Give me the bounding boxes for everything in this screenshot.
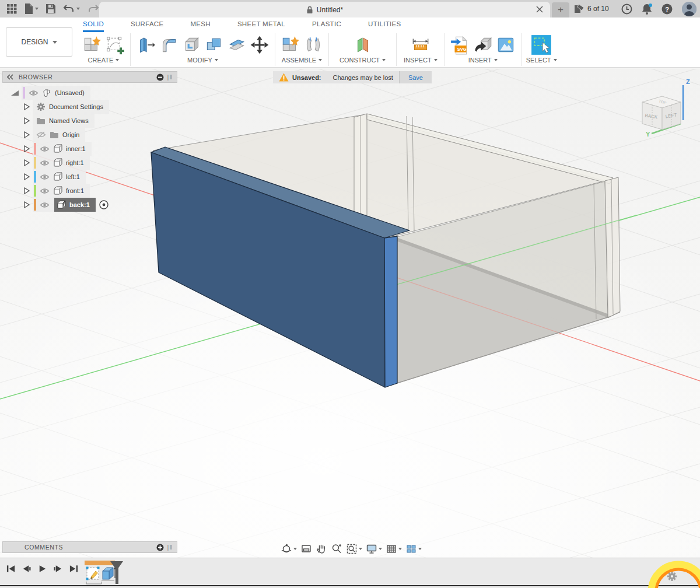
tab-surface[interactable]: SURFACE bbox=[131, 18, 163, 32]
tab-utilities[interactable]: UTILITIES bbox=[368, 18, 401, 32]
browser-row-root[interactable]: (Unsaved) bbox=[10, 86, 177, 100]
canvas-icon[interactable] bbox=[495, 34, 516, 55]
comments-header[interactable]: COMMENTS |‖ bbox=[2, 541, 177, 553]
user-avatar[interactable] bbox=[682, 2, 696, 16]
expander-collapsed-icon[interactable] bbox=[23, 173, 30, 181]
browser-row-origin[interactable]: Origin bbox=[23, 128, 177, 142]
browser-row-back-selected[interactable]: back:1 bbox=[23, 198, 177, 212]
visibility-eye-icon[interactable] bbox=[40, 174, 50, 180]
construct-menu[interactable]: CONSTRUCT bbox=[340, 57, 386, 64]
insert-svg-icon[interactable]: SVG bbox=[450, 34, 471, 55]
panel-display-toggle-icon[interactable] bbox=[156, 74, 164, 81]
undo-icon[interactable] bbox=[63, 4, 80, 13]
new-component-icon[interactable] bbox=[280, 34, 301, 55]
insert-menu[interactable]: INSERT bbox=[468, 57, 498, 64]
navigation-toolbar bbox=[281, 542, 422, 556]
close-tab-icon[interactable] bbox=[535, 5, 544, 14]
edit-document-icon bbox=[574, 4, 584, 14]
panel-grip[interactable]: |‖ bbox=[167, 74, 173, 80]
inspect-menu[interactable]: INSPECT bbox=[404, 57, 438, 64]
tab-counter[interactable]: 6 of 10 bbox=[574, 0, 609, 18]
step-forward-icon[interactable] bbox=[53, 564, 63, 573]
new-component-icon[interactable] bbox=[82, 34, 103, 55]
file-menu-icon[interactable] bbox=[24, 4, 38, 14]
construction-plane-icon[interactable] bbox=[352, 34, 373, 55]
select-menu[interactable]: SELECT bbox=[526, 57, 557, 64]
history-clock-icon[interactable] bbox=[621, 4, 632, 15]
browser-header[interactable]: BROWSER |‖ bbox=[2, 71, 177, 83]
look-at-icon[interactable] bbox=[300, 543, 312, 555]
document-tab[interactable]: Untitled* bbox=[99, 2, 550, 18]
group-inspect: INSPECT bbox=[397, 32, 444, 64]
notifications-bell-icon[interactable] bbox=[642, 4, 652, 15]
sketch-feature-icon[interactable] bbox=[86, 567, 100, 580]
workspace-selector[interactable]: DESIGN bbox=[6, 27, 72, 57]
move-icon[interactable] bbox=[249, 34, 270, 55]
folder-icon bbox=[36, 117, 46, 125]
extrude-feature-icon[interactable] bbox=[102, 567, 116, 580]
go-to-end-icon[interactable] bbox=[69, 564, 79, 573]
viewports-icon[interactable] bbox=[405, 543, 422, 555]
tab-sheet-metal[interactable]: SHEET METAL bbox=[237, 18, 285, 32]
tab-plastic[interactable]: PLASTIC bbox=[312, 18, 341, 32]
expander-collapsed-icon[interactable] bbox=[23, 187, 30, 195]
pan-icon[interactable] bbox=[316, 543, 327, 555]
activate-component-radio[interactable] bbox=[99, 200, 109, 210]
select-icon[interactable] bbox=[530, 34, 552, 56]
expander-expanded-icon[interactable] bbox=[10, 89, 19, 97]
orbit-icon[interactable] bbox=[281, 543, 297, 555]
assemble-menu[interactable]: ASSEMBLE bbox=[282, 57, 322, 64]
expander-collapsed-icon[interactable] bbox=[23, 159, 30, 167]
expander-collapsed-icon[interactable] bbox=[23, 117, 30, 125]
zoom-icon[interactable] bbox=[331, 543, 342, 555]
tab-solid[interactable]: SOLID bbox=[83, 18, 104, 32]
visibility-eye-icon[interactable] bbox=[40, 146, 50, 152]
press-pull-icon[interactable] bbox=[135, 34, 156, 55]
new-tab-button[interactable]: + bbox=[552, 2, 569, 18]
browser-row-left[interactable]: left:1 bbox=[23, 170, 177, 184]
visibility-eye-icon[interactable] bbox=[40, 160, 50, 166]
component-color-bar bbox=[34, 157, 36, 169]
browser-row-named-views[interactable]: Named Views bbox=[23, 114, 177, 128]
step-back-icon[interactable] bbox=[22, 564, 32, 573]
create-menu[interactable]: CREATE bbox=[88, 57, 120, 64]
tab-mesh[interactable]: MESH bbox=[190, 18, 210, 32]
grid-display-icon[interactable] bbox=[386, 543, 402, 555]
collapse-panel-icon[interactable] bbox=[7, 74, 14, 80]
measure-icon[interactable] bbox=[410, 34, 431, 55]
browser-row-document-settings[interactable]: Document Settings bbox=[23, 100, 177, 114]
root-label: (Unsaved) bbox=[55, 89, 85, 96]
visibility-eye-icon[interactable] bbox=[40, 202, 50, 208]
create-sketch-icon[interactable] bbox=[104, 34, 125, 55]
add-comment-icon[interactable] bbox=[156, 544, 164, 551]
visibility-eye-icon[interactable] bbox=[40, 188, 50, 194]
expander-collapsed-icon[interactable] bbox=[23, 131, 30, 139]
expander-collapsed-icon[interactable] bbox=[23, 145, 30, 153]
help-icon[interactable]: ? bbox=[662, 4, 673, 15]
insert-derive-icon[interactable] bbox=[473, 34, 494, 55]
offset-face-icon[interactable] bbox=[226, 34, 247, 55]
browser-row-right[interactable]: right:1 bbox=[23, 156, 177, 170]
fit-icon[interactable] bbox=[346, 543, 362, 555]
app-grid-icon[interactable] bbox=[7, 4, 17, 14]
save-icon[interactable] bbox=[46, 4, 55, 13]
browser-row-inner[interactable]: inner:1 bbox=[23, 142, 177, 156]
shell-icon[interactable] bbox=[181, 34, 202, 55]
combine-icon[interactable] bbox=[204, 34, 225, 55]
component-cube-icon bbox=[53, 144, 62, 153]
joint-icon[interactable] bbox=[303, 34, 324, 55]
view-cube[interactable]: Z Y BACK LEFT TOP bbox=[632, 76, 697, 145]
fillet-icon[interactable] bbox=[158, 34, 179, 55]
visibility-off-eye-icon[interactable] bbox=[36, 131, 46, 138]
go-to-start-icon[interactable] bbox=[6, 564, 16, 573]
browser-row-front[interactable]: front:1 bbox=[23, 184, 177, 198]
expander-collapsed-icon[interactable] bbox=[23, 201, 30, 209]
expander-collapsed-icon[interactable] bbox=[23, 103, 30, 111]
save-button[interactable]: Save bbox=[399, 71, 432, 83]
play-icon[interactable] bbox=[37, 564, 47, 573]
visibility-eye-icon[interactable] bbox=[29, 90, 38, 96]
display-settings-icon[interactable] bbox=[366, 543, 382, 555]
panel-grip[interactable]: |‖ bbox=[167, 544, 173, 551]
modify-menu[interactable]: MODIFY bbox=[187, 57, 218, 64]
component-cube-icon bbox=[57, 200, 66, 209]
